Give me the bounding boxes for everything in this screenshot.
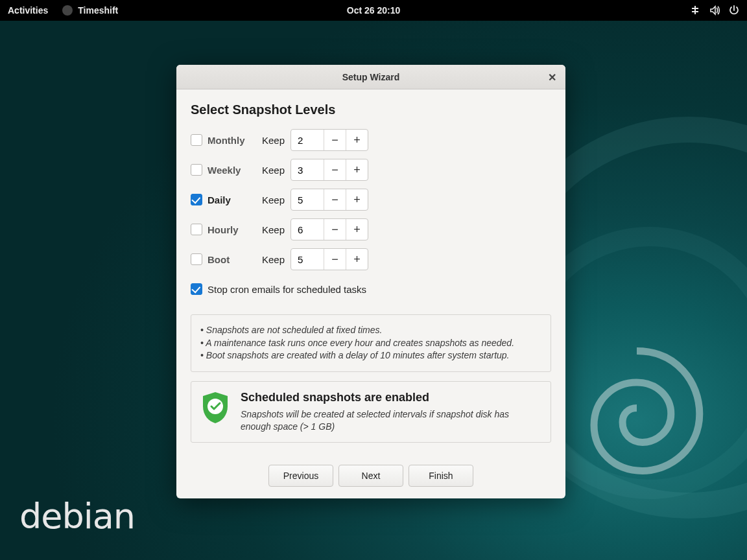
keep-label: Keep — [262, 135, 290, 146]
level-checkbox-hourly[interactable] — [191, 224, 202, 235]
info-box: • Snapshots are not scheduled at fixed t… — [191, 314, 551, 372]
titlebar: Setup Wizard ✕ — [176, 65, 565, 89]
app-menu[interactable]: Timeshift — [62, 5, 118, 16]
keep-input[interactable] — [291, 159, 324, 180]
network-icon[interactable] — [690, 5, 700, 16]
volume-icon[interactable] — [709, 5, 720, 16]
level-checkbox-daily[interactable] — [191, 194, 202, 205]
keep-input[interactable] — [291, 249, 324, 270]
top-panel: Activities Timeshift Oct 26 20:10 — [0, 0, 747, 21]
setup-wizard-dialog: Setup Wizard ✕ Select Snapshot Levels Mo… — [176, 65, 565, 498]
minus-icon[interactable]: − — [324, 219, 346, 240]
level-checkbox-weekly[interactable] — [191, 164, 202, 176]
minus-icon[interactable]: − — [324, 159, 346, 180]
keep-input[interactable] — [291, 219, 324, 240]
status-subtitle: Snapshots will be created at selected in… — [241, 408, 541, 433]
debian-wordmark: debian — [19, 496, 135, 537]
window-title: Setup Wizard — [342, 72, 400, 82]
minus-icon[interactable]: − — [324, 130, 346, 150]
plus-icon[interactable]: + — [346, 249, 368, 270]
app-name: Timeshift — [78, 5, 118, 16]
page-heading: Select Snapshot Levels — [191, 102, 551, 117]
keep-label: Keep — [262, 254, 290, 265]
info-line: • Boot snapshots are created with a dela… — [200, 349, 541, 362]
keep-stepper-monthly[interactable]: −+ — [290, 129, 368, 151]
plus-icon[interactable]: + — [346, 130, 368, 150]
keep-input[interactable] — [291, 189, 324, 210]
level-label: Monthly — [208, 135, 245, 146]
timeshift-icon — [62, 5, 73, 16]
level-label: Hourly — [208, 224, 239, 235]
keep-label: Keep — [262, 194, 290, 205]
next-button[interactable]: Next — [338, 465, 403, 487]
info-line: • Snapshots are not scheduled at fixed t… — [200, 324, 541, 337]
stop-cron-checkbox[interactable] — [191, 283, 202, 295]
level-checkbox-boot[interactable] — [191, 253, 202, 265]
previous-button[interactable]: Previous — [268, 465, 333, 487]
status-box: Scheduled snapshots are enabled Snapshot… — [191, 381, 551, 443]
minus-icon[interactable]: − — [324, 249, 346, 270]
keep-label: Keep — [262, 224, 290, 235]
keep-stepper-daily[interactable]: −+ — [290, 189, 368, 211]
wizard-footer: Previous Next Finish — [176, 454, 565, 498]
status-title: Scheduled snapshots are enabled — [241, 391, 541, 404]
level-label: Daily — [208, 194, 231, 205]
keep-label: Keep — [262, 165, 290, 176]
activities-button[interactable]: Activities — [8, 5, 48, 16]
keep-stepper-hourly[interactable]: −+ — [290, 218, 368, 240]
minus-icon[interactable]: − — [324, 189, 346, 210]
keep-input[interactable] — [291, 130, 324, 150]
keep-stepper-boot[interactable]: −+ — [290, 248, 368, 270]
info-line: • A maintenance task runs once every hou… — [200, 337, 541, 350]
keep-stepper-weekly[interactable]: −+ — [290, 159, 368, 181]
finish-button[interactable]: Finish — [409, 465, 473, 487]
shield-check-icon — [200, 391, 230, 425]
debian-spiral-logo — [565, 340, 708, 482]
clock[interactable]: Oct 26 20:10 — [347, 5, 401, 16]
plus-icon[interactable]: + — [346, 159, 368, 180]
level-label: Weekly — [208, 165, 241, 176]
stop-cron-label: Stop cron emails for scheduled tasks — [208, 284, 366, 295]
plus-icon[interactable]: + — [346, 219, 368, 240]
power-icon[interactable] — [729, 5, 739, 16]
plus-icon[interactable]: + — [346, 189, 368, 210]
level-label: Boot — [208, 254, 230, 265]
level-checkbox-monthly[interactable] — [191, 134, 202, 146]
close-icon[interactable]: ✕ — [545, 70, 559, 84]
